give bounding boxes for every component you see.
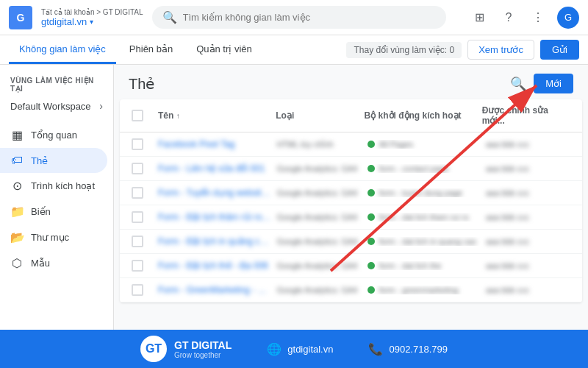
trigger-label: form - dat lich the bbox=[379, 261, 442, 270]
tags-table: Tên ↑ Loại Bộ khởi động kích hoạt Được c… bbox=[120, 99, 582, 302]
row-modified: aaa bbb ccc bbox=[486, 188, 570, 197]
row-name[interactable]: Form - Đặt lịch in quảng cáo - địa bbox=[158, 236, 276, 247]
trigger-status-dot bbox=[368, 286, 375, 294]
row-checkbox[interactable] bbox=[132, 236, 158, 247]
page-title: Thẻ bbox=[129, 75, 154, 93]
footer-logo-icon: GT bbox=[140, 336, 167, 362]
row-checkbox[interactable] bbox=[132, 187, 158, 199]
row-modified: aaa bbb ccc bbox=[486, 164, 570, 173]
table-search-icon[interactable]: 🔍 bbox=[510, 76, 526, 92]
row-trigger: form - dat lich tham rui ro bbox=[368, 213, 486, 222]
row-trigger: form - tuyen dung page bbox=[368, 188, 486, 197]
row-name[interactable]: Form - GreenMarketing - địa 007 bbox=[158, 285, 276, 295]
footer-logo-text: GT DIGITAL Grow together bbox=[174, 339, 232, 359]
row-trigger: All Pages bbox=[368, 140, 486, 149]
folder-icon: 📂 bbox=[10, 230, 24, 244]
trigger-label: form - greenmarketing bbox=[379, 286, 459, 294]
preview-button[interactable]: Xem trước bbox=[467, 40, 534, 60]
table-row: Form - Đặt lịch in quảng cáo - địa Googl… bbox=[120, 230, 582, 254]
trigger-status-dot bbox=[368, 165, 375, 172]
send-button[interactable]: Gửi bbox=[540, 40, 579, 60]
account-info: Tất cả tài khoản > GT DIGITAL gtdigital.… bbox=[41, 8, 143, 27]
trigger-status-dot bbox=[368, 213, 375, 221]
trigger-status-dot bbox=[368, 238, 375, 245]
sidebar-item-templates[interactable]: ⬡ Mẫu bbox=[0, 250, 107, 276]
workspace-selector[interactable]: Default Workspace › bbox=[0, 96, 113, 116]
row-trigger: form - greenmarketing bbox=[368, 286, 486, 294]
table-row: Form - Tuyển dụng website 002 Google Ana… bbox=[120, 181, 582, 205]
content-header: Thẻ 🔍 Mới bbox=[114, 65, 588, 99]
row-modified: aaa bbb ccc bbox=[486, 286, 570, 294]
table-row: Facebook Pixel Tag HTML tùy chỉnh All Pa… bbox=[120, 132, 582, 157]
table-row: Form - Liên hệ sửa đổi 001 Google Analyt… bbox=[120, 157, 582, 181]
row-name[interactable]: Form - Đặt lịch thẻ - địa 006 bbox=[158, 261, 276, 271]
nav-tabs: Không gian làm việc Phiên bản Quản trị v… bbox=[0, 35, 588, 65]
footer-brand: GT GT DIGITAL Grow together bbox=[140, 336, 232, 362]
search-input[interactable] bbox=[183, 12, 436, 23]
row-modified: aaa bbb ccc bbox=[486, 261, 570, 270]
footer-website: 🌐 gtdigital.vn bbox=[267, 342, 333, 356]
header-type: Loại bbox=[276, 110, 364, 121]
header: G Tất cả tài khoản > GT DIGITAL gtdigita… bbox=[0, 0, 588, 35]
trigger-status-dot bbox=[368, 262, 375, 269]
sidebar-item-variables[interactable]: 📁 Biến bbox=[0, 199, 107, 224]
row-type: Google Analytics: GA4 bbox=[276, 237, 367, 246]
phone-icon: 📞 bbox=[368, 342, 383, 356]
grid-icon[interactable]: ⊞ bbox=[469, 7, 490, 28]
row-checkbox[interactable] bbox=[132, 138, 158, 150]
row-type: Google Analytics: GA4 bbox=[276, 164, 367, 173]
row-name[interactable]: Facebook Pixel Tag bbox=[158, 139, 276, 149]
chevron-down-icon: ▾ bbox=[90, 18, 93, 26]
trigger-label: form - dat lich tham rui ro bbox=[379, 213, 469, 222]
sidebar: VÙNG LÀM VIỆC HIỆN TẠI Default Workspace… bbox=[0, 65, 114, 368]
sidebar-item-triggers[interactable]: ⊙ Trình kích hoạt bbox=[0, 173, 107, 199]
header-modified: Được chỉnh sửa mới... bbox=[482, 105, 570, 126]
avatar[interactable]: G bbox=[557, 7, 579, 29]
overview-icon: ▦ bbox=[10, 128, 24, 142]
sidebar-item-folders[interactable]: 📂 Thư mục bbox=[0, 224, 107, 250]
new-tag-button[interactable]: Mới bbox=[534, 74, 573, 93]
header-check bbox=[132, 110, 158, 121]
content-actions: 🔍 Mới bbox=[510, 74, 573, 93]
row-name[interactable]: Form - Liên hệ sửa đổi 001 bbox=[158, 163, 276, 174]
tab-workspace[interactable]: Không gian làm việc bbox=[9, 35, 116, 64]
help-icon[interactable]: ? bbox=[498, 7, 519, 28]
sidebar-item-overview[interactable]: ▦ Tổng quan bbox=[0, 122, 107, 148]
footer-phone: 📞 0902.718.799 bbox=[368, 342, 448, 356]
search-icon: 🔍 bbox=[162, 10, 177, 24]
globe-icon: 🌐 bbox=[267, 342, 282, 356]
sort-icon: ↑ bbox=[176, 112, 180, 120]
row-trigger: form - dat lich the bbox=[368, 261, 486, 270]
row-checkbox[interactable] bbox=[132, 284, 158, 296]
row-modified: aaa bbb ccc bbox=[486, 213, 570, 222]
row-type: HTML tùy chỉnh bbox=[276, 140, 367, 149]
row-modified: aaa bbb ccc bbox=[486, 140, 570, 149]
trigger-label: form - contact page bbox=[379, 164, 449, 173]
chevron-right-icon: › bbox=[99, 100, 103, 112]
template-icon: ⬡ bbox=[10, 256, 24, 270]
account-selector[interactable]: gtdigital.vn ▾ bbox=[41, 16, 143, 27]
row-trigger: form - dat lich in quang cao bbox=[368, 237, 486, 246]
more-icon[interactable]: ⋮ bbox=[528, 7, 548, 28]
row-trigger: form - contact page bbox=[368, 164, 486, 173]
row-name[interactable]: Form - Đặt lịch thăm rủi ro - địa bbox=[158, 212, 276, 222]
row-type: Google Analytics: GA4 bbox=[276, 213, 367, 222]
trigger-label: All Pages bbox=[379, 140, 413, 149]
table-row: Form - Đặt lịch thẻ - địa 006 Google Ana… bbox=[120, 254, 582, 278]
table-row: Form - GreenMarketing - địa 007 Google A… bbox=[120, 278, 582, 302]
row-checkbox[interactable] bbox=[132, 211, 158, 223]
tab-version[interactable]: Phiên bản bbox=[119, 35, 183, 64]
content-area: Thẻ 🔍 Mới Tên ↑ Loại Bộ khởi bbox=[114, 65, 588, 368]
select-all-checkbox[interactable] bbox=[132, 110, 143, 121]
sidebar-item-tags[interactable]: 🏷 Thẻ bbox=[0, 148, 107, 173]
row-name[interactable]: Form - Tuyển dụng website 002 bbox=[158, 188, 276, 198]
trigger-icon: ⊙ bbox=[10, 179, 24, 193]
header-trigger: Bộ khởi động kích hoạt bbox=[365, 110, 482, 121]
row-checkbox[interactable] bbox=[132, 260, 158, 272]
row-type: Google Analytics: GA4 bbox=[276, 261, 367, 270]
header-name[interactable]: Tên ↑ bbox=[158, 110, 276, 121]
row-checkbox[interactable] bbox=[132, 163, 158, 174]
brand-name: GT DIGITAL bbox=[174, 339, 232, 351]
tab-admin[interactable]: Quản trị viên bbox=[186, 35, 262, 64]
search-bar[interactable]: 🔍 bbox=[152, 6, 446, 29]
